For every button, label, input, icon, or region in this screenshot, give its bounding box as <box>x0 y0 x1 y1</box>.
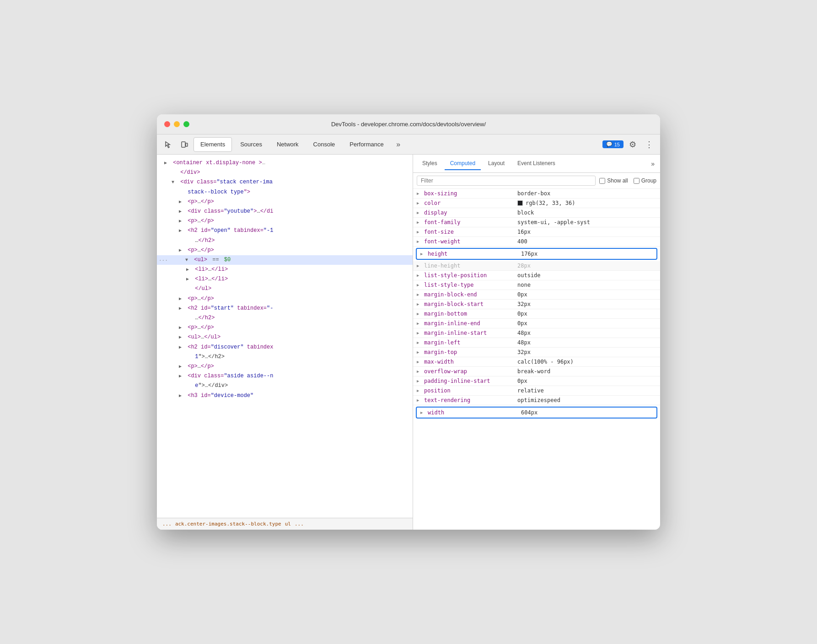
expand-triangle[interactable] <box>179 227 184 235</box>
computed-row[interactable]: text-rendering optimizespeed <box>413 396 660 405</box>
dom-line[interactable]: </ul> <box>157 284 413 294</box>
computed-row[interactable]: list-style-type none <box>413 280 660 290</box>
expand-triangle[interactable] <box>172 179 177 186</box>
expand-icon[interactable] <box>417 311 422 316</box>
expand-triangle[interactable] <box>179 247 184 254</box>
dom-line[interactable]: <div class="aside aside--n <box>157 371 413 381</box>
tab-console[interactable]: Console <box>307 137 342 152</box>
close-button[interactable] <box>164 121 170 127</box>
expand-triangle[interactable] <box>179 208 184 215</box>
show-all-label[interactable]: Show all <box>599 177 628 184</box>
dom-line[interactable]: </div> <box>157 168 413 177</box>
tab-network[interactable]: Network <box>270 137 305 152</box>
expand-triangle[interactable] <box>186 276 192 283</box>
computed-row[interactable]: font-weight 400 <box>413 237 660 247</box>
expand-icon[interactable] <box>417 191 422 196</box>
expand-icon[interactable] <box>420 252 426 256</box>
dom-line[interactable]: <h2 id="start" tabindex="- <box>157 304 413 313</box>
computed-row[interactable]: margin-inline-start 48px <box>413 328 660 338</box>
computed-row[interactable]: overflow-wrap break-word <box>413 367 660 376</box>
expand-triangle[interactable] <box>179 392 184 400</box>
computed-row[interactable]: margin-inline-end 0px <box>413 319 660 328</box>
dom-line[interactable]: <ul>…</ul> <box>157 333 413 342</box>
dom-line[interactable]: <p>…</p> <box>157 294 413 304</box>
more-options-button[interactable]: ⋮ <box>642 137 656 152</box>
computed-row[interactable]: max-width calc(100% - 96px) <box>413 357 660 367</box>
settings-button[interactable]: ⚙ <box>625 137 640 152</box>
breadcrumb-ul[interactable]: ul <box>285 521 291 527</box>
expand-triangle[interactable] <box>179 324 184 332</box>
dom-line[interactable]: <p>…</p> <box>157 197 413 207</box>
issues-badge[interactable]: 💬 15 <box>602 140 624 148</box>
expand-icon[interactable] <box>417 263 422 268</box>
breadcrumb-dots[interactable]: ... <box>162 521 172 527</box>
computed-row[interactable]: padding-inline-start 0px <box>413 376 660 386</box>
expand-icon[interactable] <box>417 201 422 205</box>
computed-row[interactable]: margin-top 32px <box>413 348 660 357</box>
expand-icon[interactable] <box>417 331 422 335</box>
expand-triangle[interactable] <box>179 218 184 225</box>
dom-line[interactable]: <li>…</li> <box>157 274 413 284</box>
expand-triangle[interactable] <box>179 363 184 370</box>
computed-row-height[interactable]: height 176px <box>416 248 657 260</box>
expand-triangle[interactable] <box>179 344 184 351</box>
breadcrumb-class[interactable]: ack.center-images.stack--block.type <box>175 521 281 527</box>
computed-properties-list[interactable]: box-sizing border-box color rgb(32, 33, … <box>413 189 660 530</box>
expand-triangle[interactable] <box>185 257 191 264</box>
filter-input[interactable] <box>417 176 596 186</box>
tab-computed[interactable]: Computed <box>445 157 481 170</box>
dom-line[interactable]: <h2 id="discover" tabindex <box>157 343 413 352</box>
dom-line[interactable]: <p>…</p> <box>157 246 413 255</box>
computed-row[interactable]: list-style-position outside <box>413 271 660 280</box>
dom-line[interactable]: …</h2> <box>157 313 413 323</box>
expand-triangle[interactable] <box>186 266 192 274</box>
tab-sources[interactable]: Sources <box>234 137 269 152</box>
expand-icon[interactable] <box>417 283 422 287</box>
show-all-checkbox[interactable] <box>599 178 605 184</box>
expand-icon[interactable] <box>417 340 422 345</box>
minimize-button[interactable] <box>174 121 180 127</box>
computed-row[interactable]: line-height 28px <box>413 261 660 271</box>
expand-icon[interactable] <box>417 360 422 364</box>
dom-line[interactable]: …</h2> <box>157 236 413 246</box>
computed-row[interactable]: color rgb(32, 33, 36) <box>413 199 660 208</box>
expand-triangle[interactable] <box>179 295 184 303</box>
group-checkbox[interactable] <box>634 178 640 184</box>
computed-row[interactable]: font-size 16px <box>413 227 660 237</box>
expand-triangle[interactable] <box>179 199 184 206</box>
inspect-element-button[interactable] <box>161 137 175 152</box>
dom-line[interactable]: <h2 id="open" tabindex="-1 <box>157 226 413 236</box>
maximize-button[interactable] <box>183 121 189 127</box>
dom-line[interactable]: <li>…</li> <box>157 265 413 274</box>
tab-styles[interactable]: Styles <box>417 157 443 170</box>
device-toggle-button[interactable] <box>177 137 192 152</box>
dom-line[interactable]: <ontainer xt.display-none >… <box>157 158 413 168</box>
expand-icon[interactable] <box>417 388 422 393</box>
computed-row[interactable]: margin-block-start 32px <box>413 300 660 309</box>
dom-line[interactable]: <p>…</p> <box>157 362 413 371</box>
computed-row[interactable]: box-sizing border-box <box>413 189 660 199</box>
dom-line[interactable]: <p>…</p> <box>157 323 413 333</box>
expand-icon[interactable] <box>420 410 426 415</box>
computed-row[interactable]: position relative <box>413 386 660 396</box>
computed-row[interactable]: margin-bottom 0px <box>413 309 660 319</box>
dom-line[interactable]: stack--block type"> <box>157 188 413 197</box>
expand-icon[interactable] <box>417 273 422 278</box>
dom-tree[interactable]: <ontainer xt.display-none >… </div> <div… <box>157 155 413 518</box>
dom-line[interactable]: <h3 id="device-mode" <box>157 391 413 401</box>
tab-performance[interactable]: Performance <box>343 137 390 152</box>
dom-line-selected[interactable]: ... <ul> == $0 <box>157 255 413 265</box>
more-panel-tabs-button[interactable]: » <box>649 158 656 169</box>
dom-line[interactable]: <div class="youtube">…</di <box>157 207 413 216</box>
expand-icon[interactable] <box>417 239 422 244</box>
tab-elements[interactable]: Elements <box>194 137 232 152</box>
expand-icon[interactable] <box>417 292 422 297</box>
computed-row[interactable]: font-family system-ui, -apple-syst <box>413 218 660 227</box>
expand-icon[interactable] <box>417 350 422 354</box>
expand-icon[interactable] <box>417 220 422 225</box>
expand-icon[interactable] <box>417 398 422 402</box>
tab-event-listeners[interactable]: Event Listeners <box>512 157 561 170</box>
expand-triangle[interactable] <box>179 373 184 380</box>
expand-triangle[interactable] <box>179 334 184 341</box>
group-label[interactable]: Group <box>634 177 656 184</box>
